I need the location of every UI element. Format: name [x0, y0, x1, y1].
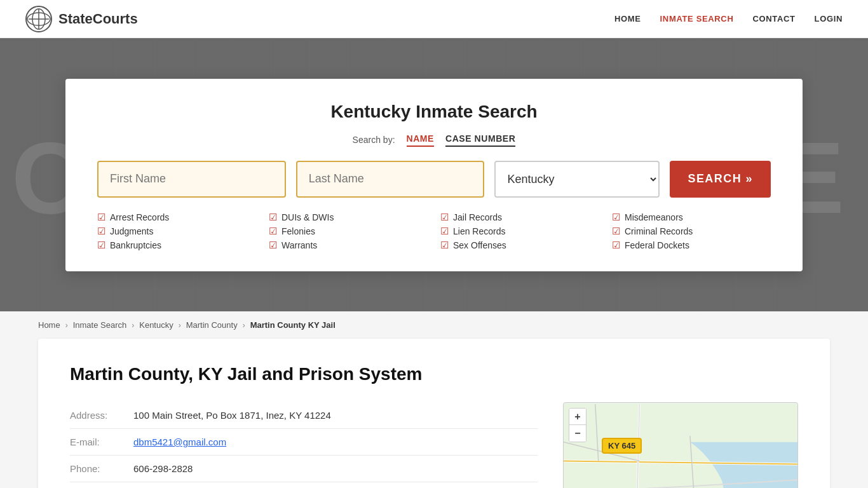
tab-case-number[interactable]: CASE NUMBER — [445, 133, 515, 147]
check-icon-bank: ☑ — [97, 240, 105, 251]
breadcrumb-home[interactable]: Home — [38, 320, 60, 330]
check-label-fel: Felonies — [281, 226, 315, 236]
nav-login[interactable]: LOGIN — [815, 14, 843, 24]
check-label-sex: Sex Offenses — [453, 240, 506, 250]
check-icon-duis: ☑ — [269, 212, 277, 223]
check-sex-offenses: ☑ Sex Offenses — [440, 240, 599, 251]
check-icon-fed: ☑ — [612, 240, 620, 251]
breadcrumb-martin-county[interactable]: Martin County — [186, 320, 238, 330]
check-warrants: ☑ Warrants — [269, 240, 428, 251]
email-label: E-mail: — [70, 437, 133, 447]
check-icon-arrest: ☑ — [97, 212, 105, 223]
check-icon-warr: ☑ — [269, 240, 277, 251]
check-icon-sex: ☑ — [440, 240, 449, 251]
breadcrumb: Home › Inmate Search › Kentucky › Martin… — [0, 311, 868, 339]
check-label-judg: Judgments — [110, 226, 153, 236]
address-value: 100 Main Street, Po Box 1871, Inez, KY 4… — [133, 410, 331, 421]
search-inputs-row: Kentucky SEARCH » — [97, 161, 771, 198]
map-svg — [564, 403, 797, 488]
breadcrumb-sep-1: › — [65, 321, 68, 330]
info-layout: Address: 100 Main Street, Po Box 1871, I… — [70, 402, 798, 488]
search-card: Kentucky Inmate Search Search by: NAME C… — [65, 79, 803, 271]
check-arrest-records: ☑ Arrest Records — [97, 212, 256, 223]
check-misdemeanors: ☑ Misdemeanors — [612, 212, 771, 223]
search-by-row: Search by: NAME CASE NUMBER — [97, 133, 771, 147]
check-label-duis: DUIs & DWIs — [281, 212, 334, 222]
hero-section: COURTHOUSE Kentucky Inmate Search Search… — [0, 38, 868, 311]
first-name-input[interactable] — [97, 161, 286, 198]
check-icon-jail: ☑ — [440, 212, 449, 223]
search-by-label: Search by: — [353, 135, 395, 145]
checkbox-grid: ☑ Arrest Records ☑ DUIs & DWIs ☑ Jail Re… — [97, 212, 771, 251]
logo-link[interactable]: StateCourts — [25, 6, 138, 32]
header: StateCourts HOME INMATE SEARCH CONTACT L… — [0, 0, 868, 38]
map-zoom-out[interactable]: − — [569, 425, 586, 442]
info-row-facebook: Facebook: https://www.facebook.com/Marti… — [70, 482, 538, 488]
phone-value: 606-298-2828 — [133, 463, 193, 474]
state-select[interactable]: Kentucky — [494, 161, 660, 198]
nav-inmate-search[interactable]: INMATE SEARCH — [660, 14, 734, 24]
check-icon-lien: ☑ — [440, 226, 449, 237]
check-label-crim: Criminal Records — [625, 226, 693, 236]
check-label-warr: Warrants — [281, 240, 317, 250]
main-content: Martin County, KY Jail and Prison System… — [38, 339, 830, 488]
breadcrumb-current: Martin County KY Jail — [250, 320, 336, 330]
check-lien-records: ☑ Lien Records — [440, 226, 599, 237]
check-bankruptcies: ☑ Bankruptcies — [97, 240, 256, 251]
info-row-phone: Phone: 606-298-2828 — [70, 456, 538, 482]
check-label-fed: Federal Dockets — [625, 240, 689, 250]
phone-label: Phone: — [70, 463, 133, 474]
check-felonies: ☑ Felonies — [269, 226, 428, 237]
address-label: Address: — [70, 410, 133, 421]
check-jail-records: ☑ Jail Records — [440, 212, 599, 223]
map-container: + − KY 645 — [563, 402, 798, 488]
search-button[interactable]: SEARCH » — [670, 161, 771, 198]
check-judgments: ☑ Judgments — [97, 226, 256, 237]
check-label-lien: Lien Records — [453, 226, 506, 236]
email-link[interactable]: dbm5421@gmail.com — [133, 437, 226, 447]
breadcrumb-sep-3: › — [179, 321, 181, 330]
check-duis: ☑ DUIs & DWIs — [269, 212, 428, 223]
check-label-jail: Jail Records — [453, 212, 502, 222]
check-label-arrest: Arrest Records — [110, 212, 169, 222]
info-table: Address: 100 Main Street, Po Box 1871, I… — [70, 402, 538, 488]
breadcrumb-sep-2: › — [132, 321, 134, 330]
check-icon-misd: ☑ — [612, 212, 620, 223]
breadcrumb-inmate-search[interactable]: Inmate Search — [73, 320, 127, 330]
check-criminal-records: ☑ Criminal Records — [612, 226, 771, 237]
info-row-address: Address: 100 Main Street, Po Box 1871, I… — [70, 402, 538, 429]
tab-name[interactable]: NAME — [407, 133, 434, 147]
logo-icon — [25, 6, 52, 32]
search-card-title: Kentucky Inmate Search — [97, 102, 771, 122]
main-nav: HOME INMATE SEARCH CONTACT LOGIN — [614, 14, 843, 24]
ky-badge: KY 645 — [602, 438, 642, 454]
check-label-bank: Bankruptcies — [110, 240, 161, 250]
last-name-input[interactable] — [296, 161, 485, 198]
breadcrumb-sep-4: › — [243, 321, 245, 330]
check-icon-fel: ☑ — [269, 226, 277, 237]
map-zoom-controls: + − — [569, 408, 587, 442]
nav-contact[interactable]: CONTACT — [752, 14, 795, 24]
breadcrumb-kentucky[interactable]: Kentucky — [139, 320, 173, 330]
check-icon-judg: ☑ — [97, 226, 105, 237]
map-zoom-in[interactable]: + — [569, 409, 586, 425]
nav-home[interactable]: HOME — [614, 14, 641, 24]
jail-title: Martin County, KY Jail and Prison System — [70, 364, 798, 384]
info-row-email: E-mail: dbm5421@gmail.com — [70, 429, 538, 456]
check-icon-crim: ☑ — [612, 226, 620, 237]
check-label-misd: Misdemeanors — [625, 212, 683, 222]
logo-text: StateCourts — [58, 11, 138, 27]
check-federal-dockets: ☑ Federal Dockets — [612, 240, 771, 251]
